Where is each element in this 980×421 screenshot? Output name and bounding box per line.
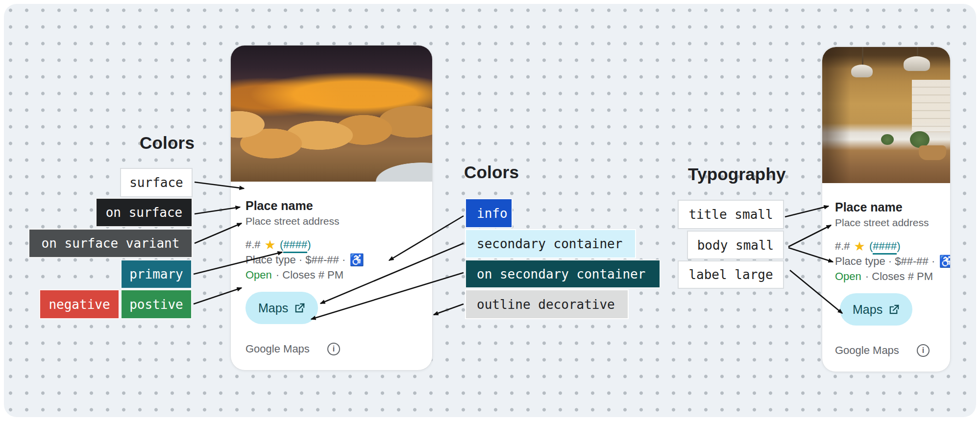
swatch-outline-decorative-label: outline decorative: [477, 297, 615, 312]
type-style-label-large: label large: [678, 260, 784, 289]
design-spec-canvas: Colors surface on surface on surface var…: [0, 0, 980, 421]
swatch-on-secondary-container-label: on secondary container: [477, 267, 645, 281]
info-icon-glyph: i: [333, 345, 335, 353]
swatch-primary: primary: [121, 259, 192, 289]
review-count-link[interactable]: (####): [869, 238, 901, 254]
swatch-postive: postive: [121, 289, 192, 319]
bread-basket: [919, 145, 946, 160]
info-icon-glyph: i: [922, 346, 924, 355]
place-address: Place street address: [245, 214, 417, 229]
maps-button-label: Maps: [853, 303, 882, 317]
star-icon: ★: [265, 238, 276, 251]
card-footer: Google Maps i: [835, 344, 937, 357]
closing-time: · Closes # PM: [276, 267, 343, 282]
pendant-lamp: [851, 65, 873, 77]
rating-row: #.# ★ (####): [835, 238, 937, 254]
hours-row: Open · Closes # PM: [835, 269, 937, 284]
potted-plant: [881, 134, 894, 145]
review-count: ####: [873, 240, 897, 255]
maps-button[interactable]: Maps: [245, 292, 318, 324]
type-style-label-large-label: label large: [688, 267, 773, 282]
swatch-primary-label: primary: [129, 267, 183, 281]
swatch-surface-label: surface: [129, 175, 183, 190]
swatch-on-secondary-container: on secondary container: [465, 259, 661, 288]
type-style-title-small-label: title small: [688, 207, 773, 222]
swatch-secondary-container: secondary container: [465, 229, 636, 258]
details-row: Place type · $##-## · ♿: [245, 252, 417, 267]
swatch-negative-label: negative: [49, 297, 110, 312]
google-maps-attribution: Google Maps: [835, 344, 899, 357]
swatch-secondary-container-label: secondary container: [477, 236, 622, 251]
review-count: ####: [283, 238, 307, 253]
wheelchair-accessible-icon: ♿: [349, 252, 364, 267]
rating-value: #.#: [245, 237, 261, 252]
maps-button[interactable]: Maps: [840, 293, 912, 326]
info-icon[interactable]: i: [327, 343, 340, 355]
card-footer: Google Maps i: [245, 343, 417, 355]
details-row: Place type · $##-## · ♿: [835, 254, 937, 269]
swatch-on-surface-variant: on surface variant: [28, 229, 193, 258]
rating-row: #.# ★ (####): [245, 237, 417, 252]
info-icon[interactable]: i: [917, 344, 930, 357]
google-maps-attribution: Google Maps: [245, 343, 310, 355]
place-name: Place name: [245, 198, 417, 213]
review-count-link[interactable]: (####): [280, 237, 311, 252]
swatch-surface: surface: [120, 168, 193, 197]
cafe-tile-wall: [912, 80, 950, 132]
open-status: Open: [245, 267, 272, 282]
maps-button-label: Maps: [258, 301, 288, 315]
swatch-on-surface: on surface: [96, 198, 193, 227]
bakery-photo: [231, 46, 432, 182]
external-link-icon: [888, 304, 900, 315]
review-count-close-paren: ): [307, 238, 311, 251]
left-colors-heading: Colors: [140, 133, 195, 153]
cafe-photo: [822, 47, 950, 183]
type-style-body-small: body small: [687, 231, 784, 259]
external-link-icon: [294, 303, 305, 314]
type-style-title-small: title small: [678, 200, 784, 229]
place-card-left: Place name Place street address #.# ★ (#…: [230, 45, 433, 371]
review-count-close-paren: ): [897, 240, 900, 252]
swatch-on-surface-label: on surface: [106, 205, 183, 220]
place-address: Place street address: [835, 215, 937, 230]
place-card-right: Place name Place street address #.# ★ (#…: [822, 47, 951, 372]
rating-value: #.#: [835, 238, 850, 254]
swatch-postive-label: postive: [129, 297, 183, 312]
hours-row: Open · Closes # PM: [245, 267, 417, 282]
place-card-body: Place name Place street address #.# ★ (#…: [822, 183, 950, 357]
place-type-price: Place type · $##-## ·: [835, 254, 935, 269]
open-status: Open: [835, 269, 861, 284]
star-icon: ★: [854, 240, 865, 253]
swatch-outline-decorative: outline decorative: [465, 289, 629, 319]
typography-heading: Typography: [688, 164, 786, 184]
closing-time: · Closes # PM: [865, 269, 933, 284]
wheelchair-accessible-icon: ♿: [939, 254, 951, 269]
place-name: Place name: [835, 200, 937, 214]
pendant-lamp: [904, 56, 930, 71]
place-card-body: Place name Place street address #.# ★ (#…: [231, 182, 432, 355]
swatch-info-label: info: [477, 206, 508, 221]
middle-colors-heading: Colors: [464, 163, 519, 182]
type-style-body-small-label: body small: [697, 238, 774, 253]
swatch-negative: negative: [39, 289, 120, 319]
place-type-price: Place type · $##-## ·: [245, 252, 345, 267]
swatch-on-surface-variant-label: on surface variant: [42, 236, 180, 251]
swatch-info: info: [465, 198, 513, 228]
